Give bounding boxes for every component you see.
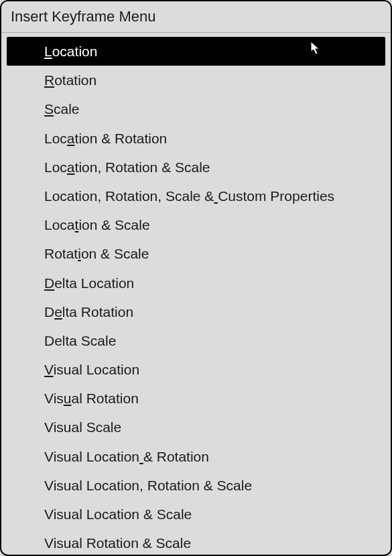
menu-item[interactable]: Visual Location bbox=[7, 355, 385, 384]
menu-item[interactable]: Delta Location bbox=[7, 269, 385, 297]
menu-item[interactable]: Delta Scale bbox=[7, 326, 385, 355]
menu-item[interactable]: Location bbox=[7, 37, 385, 66]
mnemonic-char: i bbox=[78, 246, 81, 261]
mnemonic-char: R bbox=[44, 72, 54, 88]
menu-item[interactable]: Location, Rotation, Scale & Custom Prope… bbox=[7, 182, 385, 210]
mnemonic-char: L bbox=[44, 44, 52, 59]
menu-item[interactable]: Location, Rotation & Scale bbox=[7, 153, 385, 182]
menu-item[interactable]: Rotation bbox=[7, 66, 385, 94]
menu-item[interactable]: Rotation & Scale bbox=[7, 239, 385, 268]
mnemonic-char: e bbox=[54, 304, 62, 320]
menu-item[interactable]: Visual Location & Rotation bbox=[7, 442, 385, 471]
menu-item[interactable]: Visual Location, Rotation & Scale bbox=[7, 471, 385, 500]
mnemonic-char bbox=[139, 449, 143, 464]
menu-item[interactable]: Visual Rotation & Scale bbox=[7, 529, 385, 556]
cursor-icon bbox=[310, 41, 322, 57]
mnemonic-char: D bbox=[44, 275, 54, 291]
mnemonic-char: S bbox=[44, 101, 54, 117]
mnemonic-char: V bbox=[44, 362, 54, 377]
menu-item[interactable]: Location & Scale bbox=[7, 210, 385, 239]
menu-item[interactable]: Location & Rotation bbox=[7, 124, 385, 153]
menu-item[interactable]: Visual Rotation bbox=[7, 384, 385, 413]
menu-items-container: LocationRotationScaleLocation & Rotation… bbox=[1, 33, 391, 556]
menu-item[interactable]: Visual Location & Scale bbox=[7, 500, 385, 529]
menu-title: Insert Keyframe Menu bbox=[1, 1, 391, 33]
mnemonic-char: u bbox=[64, 391, 72, 406]
mnemonic-char: t bbox=[75, 217, 79, 232]
menu-item[interactable]: Delta Rotation bbox=[7, 297, 385, 326]
mnemonic-char bbox=[214, 188, 218, 204]
menu-item[interactable]: Scale bbox=[7, 94, 385, 123]
menu-item[interactable]: Visual Scale bbox=[7, 413, 385, 441]
mnemonic-char: a bbox=[67, 131, 75, 146]
mnemonic-char: a bbox=[67, 159, 75, 175]
